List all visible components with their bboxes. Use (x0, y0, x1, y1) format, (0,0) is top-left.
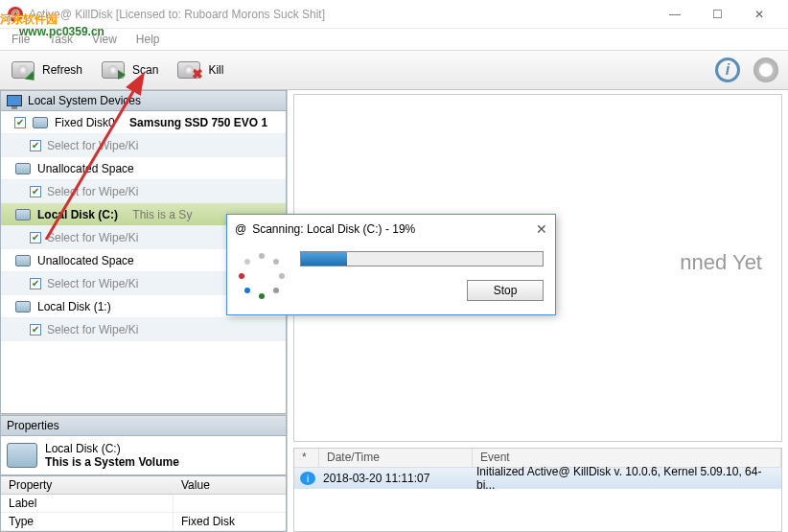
log-row[interactable]: i 2018-03-20 11:11:07 Initialized Active… (294, 468, 781, 489)
dialog-app-icon: @ (235, 222, 246, 236)
info-badge-icon: i (300, 472, 315, 485)
properties-body: Local Disk (C:) This is a System Volume (0, 436, 287, 475)
checkbox-icon[interactable]: ✔ (30, 232, 41, 243)
scanning-dialog: @ Scanning: Local Disk (C:) - 19% ✕ Stop (226, 214, 556, 315)
dialog-close-icon[interactable]: ✕ (536, 221, 547, 237)
properties-header: Properties (0, 415, 287, 436)
tree-label: Fixed Disk0 (55, 116, 115, 129)
devices-header: Local System Devices (0, 90, 287, 111)
toolbar: Refresh Scan ✖ Kill i (0, 50, 788, 90)
refresh-button[interactable]: Refresh (10, 57, 82, 83)
not-scanned-text: nned Yet (680, 250, 762, 275)
refresh-label: Refresh (42, 63, 82, 77)
volume-icon (7, 443, 37, 468)
log-event: Initialized Active@ KillDisk v. 10.0.6, … (469, 463, 781, 494)
kill-label: Kill (208, 63, 223, 77)
checkbox-icon[interactable]: ✔ (30, 186, 41, 197)
tree-wipe-0[interactable]: ✔Select for Wipe/Ki (1, 134, 286, 157)
scan-button[interactable]: Scan (100, 57, 158, 83)
tree-wipe-4[interactable]: ✔Select for Wipe/Ki (1, 318, 286, 341)
menu-file[interactable]: File (12, 33, 30, 46)
window-title: Active@ KillDisk [Licensed to: Ruboard M… (29, 8, 654, 21)
refresh-icon (10, 57, 36, 83)
info-icon[interactable]: i (715, 58, 740, 82)
checkbox-icon[interactable]: ✔ (14, 117, 26, 128)
progress-bar (300, 251, 544, 266)
menubar: File Task View Help (0, 29, 788, 50)
checkbox-icon[interactable]: ✔ (30, 140, 41, 151)
dialog-title: Scanning: Local Disk (C:) - 19% (252, 222, 415, 236)
log-col-datetime[interactable]: Date/Time (319, 449, 473, 467)
disk-icon (14, 253, 32, 268)
menu-view[interactable]: View (92, 33, 117, 46)
kill-button[interactable]: ✖ Kill (175, 57, 223, 83)
properties-table: PropertyValue Label TypeFixed Disk (0, 475, 287, 532)
gear-icon[interactable] (753, 58, 778, 82)
tree-label-bold: Samsung SSD 750 EVO 1 (129, 116, 267, 129)
prop-row-type: TypeFixed Disk (1, 513, 286, 531)
titlebar: @ Active@ KillDisk [Licensed to: Ruboard… (0, 0, 788, 29)
menu-task[interactable]: Task (49, 33, 73, 46)
disk-icon (32, 115, 49, 130)
log-datetime: 2018-03-20 11:11:07 (315, 470, 469, 487)
menu-help[interactable]: Help (136, 33, 160, 46)
disk-icon (14, 299, 32, 314)
tree-unalloc-1[interactable]: Unallocated Space (1, 157, 286, 180)
dialog-titlebar: @ Scanning: Local Disk (C:) - 19% ✕ (227, 215, 555, 243)
monitor-icon (7, 95, 22, 106)
checkbox-icon[interactable]: ✔ (30, 278, 41, 289)
disk-icon (14, 207, 32, 222)
volume-desc: This is a System Volume (45, 455, 179, 469)
prop-row-label: Label (1, 495, 286, 513)
maximize-button[interactable]: ☐ (696, 1, 738, 28)
log-col-star[interactable]: * (294, 449, 319, 467)
log-area: * Date/Time Event i 2018-03-20 11:11:07 … (293, 448, 782, 532)
progress-fill (301, 252, 347, 266)
close-button[interactable]: ✕ (738, 1, 780, 28)
kill-icon: ✖ (175, 57, 202, 83)
volume-name: Local Disk (C:) (45, 442, 179, 455)
scan-icon (100, 57, 127, 83)
tree-wipe-1[interactable]: ✔Select for Wipe/Ki (1, 180, 286, 203)
devices-header-label: Local System Devices (28, 94, 141, 107)
properties-header-label: Properties (7, 419, 59, 432)
scan-label: Scan (132, 63, 158, 77)
minimize-button[interactable]: — (654, 1, 696, 28)
app-icon: @ (8, 7, 23, 22)
col-value: Value (174, 476, 286, 494)
disk-icon (14, 161, 32, 176)
checkbox-icon[interactable]: ✔ (30, 324, 41, 335)
tree-fixed-disk0[interactable]: ✔ Fixed Disk0 Samsung SSD 750 EVO 1 (1, 111, 286, 134)
spinner-icon (239, 253, 285, 299)
stop-button[interactable]: Stop (467, 280, 544, 301)
col-property: Property (1, 476, 174, 494)
